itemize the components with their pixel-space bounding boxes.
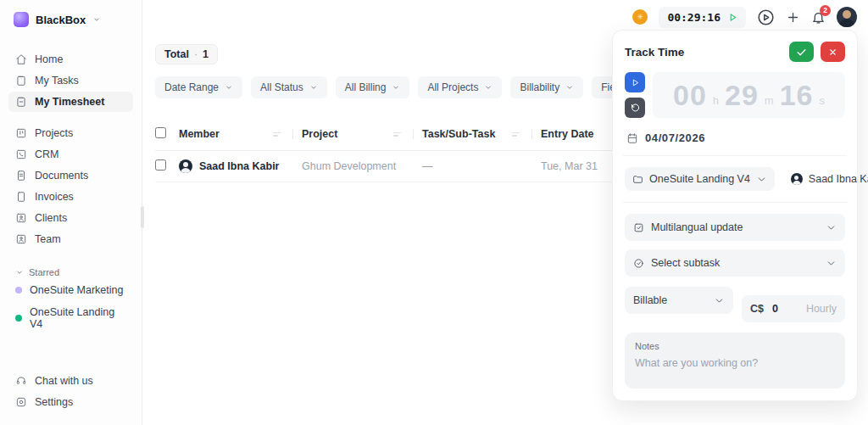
starred-item-label: OneSuite Landing V4 bbox=[30, 306, 126, 330]
task-cell: — bbox=[422, 160, 541, 172]
play-timer-button[interactable] bbox=[625, 72, 645, 92]
sidebar-item-clients[interactable]: Clients bbox=[8, 208, 133, 228]
clipboard-icon bbox=[15, 75, 27, 87]
cancel-button[interactable] bbox=[821, 42, 845, 62]
billable-select[interactable]: Billable bbox=[625, 287, 733, 314]
select-all-checkbox[interactable] bbox=[155, 127, 166, 138]
app-window: BlackBox Home My Tasks My Timesheet Proj… bbox=[0, 0, 868, 425]
date-picker[interactable]: 04/07/2026 bbox=[625, 131, 845, 144]
folder-icon bbox=[632, 174, 643, 185]
sidebar-item-home[interactable]: Home bbox=[8, 49, 133, 70]
documents-icon bbox=[15, 170, 27, 182]
sidebar-item-label: Team bbox=[35, 233, 61, 245]
task-select[interactable]: Multilangual update bbox=[625, 214, 845, 241]
check-icon bbox=[796, 47, 807, 58]
project-cell: Ghum Development bbox=[302, 160, 422, 172]
chevron-down-icon bbox=[392, 83, 400, 92]
sidebar-item-label: Chat with us bbox=[35, 375, 93, 387]
starred-section: Starred OneSuite Marketing OneSuite Land… bbox=[8, 266, 133, 335]
timer-seconds[interactable]: 16 bbox=[780, 79, 814, 112]
chat-with-us-button[interactable]: Chat with us bbox=[8, 371, 133, 391]
sidebar: BlackBox Home My Tasks My Timesheet Proj… bbox=[0, 0, 142, 425]
workspace-name: BlackBox bbox=[36, 14, 86, 26]
filter-billability[interactable]: Billability bbox=[510, 76, 583, 98]
workspace-switcher[interactable]: BlackBox bbox=[8, 10, 133, 29]
chevron-down-icon bbox=[309, 83, 318, 92]
play-icon bbox=[631, 78, 640, 87]
confirm-button[interactable] bbox=[789, 42, 814, 62]
sort-icon[interactable] bbox=[512, 132, 520, 137]
chevron-down-icon bbox=[756, 174, 767, 185]
member-name: Saad Ibna Kabir bbox=[199, 160, 279, 172]
timer-hours[interactable]: 00 bbox=[673, 79, 707, 112]
sidebar-item-crm[interactable]: CRM bbox=[8, 144, 133, 165]
sidebar-item-projects[interactable]: Projects bbox=[8, 123, 133, 143]
play-icon[interactable] bbox=[728, 12, 737, 23]
timer-value: 00:29:16 bbox=[667, 11, 721, 24]
reset-timer-button[interactable] bbox=[625, 98, 645, 118]
chevron-down-icon bbox=[826, 258, 837, 269]
sidebar-item-label: Home bbox=[35, 53, 63, 65]
user-avatar[interactable] bbox=[837, 7, 857, 27]
timer-minutes[interactable]: 29 bbox=[725, 79, 759, 112]
add-button[interactable] bbox=[786, 10, 800, 25]
track-time-panel: Track Time 00 h bbox=[612, 30, 858, 401]
sidebar-item-my-timesheet[interactable]: My Timesheet bbox=[8, 92, 133, 112]
column-header-project[interactable]: Project bbox=[302, 128, 422, 140]
starred-item-onesuite-marketing[interactable]: OneSuite Marketing bbox=[8, 279, 133, 301]
filter-all-status[interactable]: All Status bbox=[251, 76, 327, 98]
home-icon bbox=[15, 53, 27, 65]
sidebar-item-label: CRM bbox=[35, 148, 58, 160]
filter-all-projects[interactable]: All Projects bbox=[418, 76, 502, 98]
notifications-button[interactable]: 2 bbox=[811, 10, 826, 25]
divider bbox=[623, 155, 847, 156]
sort-icon[interactable] bbox=[393, 132, 401, 137]
divider bbox=[623, 202, 847, 203]
rate-amount[interactable]: 0 bbox=[772, 303, 778, 315]
starred-item-onesuite-landing-v4[interactable]: OneSuite Landing V4 bbox=[8, 301, 133, 335]
chevron-down-icon bbox=[826, 222, 837, 233]
topbar: 00:29:16 2 bbox=[142, 0, 868, 34]
sidebar-item-label: Invoices bbox=[35, 191, 74, 203]
column-divider bbox=[413, 129, 414, 139]
notes-input[interactable]: Notes What are you working on? bbox=[625, 333, 845, 389]
sidebar-item-team[interactable]: Team bbox=[8, 229, 133, 249]
sidebar-item-label: Clients bbox=[35, 212, 67, 224]
column-header-task[interactable]: Task/Sub-Task bbox=[422, 128, 541, 140]
project-select-value: OneSuite Landing V4 bbox=[649, 173, 750, 185]
active-timer-pill[interactable]: 00:29:16 bbox=[659, 7, 746, 28]
play-circle-icon bbox=[757, 8, 775, 26]
billable-select-value: Billable bbox=[633, 294, 667, 306]
start-timer-button[interactable] bbox=[757, 8, 775, 26]
subtask-select-value: Select subtask bbox=[651, 257, 720, 269]
timer-display[interactable]: 00 h 29 m 16 s bbox=[653, 72, 845, 118]
sidebar-item-invoices[interactable]: Invoices bbox=[8, 187, 133, 207]
sort-icon[interactable] bbox=[273, 132, 281, 137]
settings-button[interactable]: Settings bbox=[8, 392, 133, 412]
starred-section-toggle[interactable]: Starred bbox=[8, 266, 133, 279]
total-count: 1 bbox=[203, 48, 209, 60]
row-checkbox[interactable] bbox=[155, 159, 166, 171]
billing-row: Billable C$ 0 Hourly bbox=[625, 287, 845, 322]
sidebar-item-label: My Timesheet bbox=[35, 96, 104, 108]
rate-type-label: Hourly bbox=[806, 303, 837, 315]
rewards-coin-icon[interactable] bbox=[632, 9, 648, 25]
sidebar-item-documents[interactable]: Documents bbox=[8, 165, 133, 186]
project-select[interactable]: OneSuite Landing V4 bbox=[625, 167, 775, 191]
chevron-down-icon bbox=[15, 268, 24, 277]
member-select-value: Saad Ibna Kabir bbox=[809, 173, 868, 185]
filter-all-billing[interactable]: All Billing bbox=[336, 76, 410, 98]
filter-date-range[interactable]: Date Range bbox=[155, 76, 242, 98]
member-select[interactable]: Saad Ibna Kabir bbox=[783, 167, 868, 191]
subtask-select[interactable]: Select subtask bbox=[625, 249, 845, 277]
sidebar-item-my-tasks[interactable]: My Tasks bbox=[8, 70, 133, 91]
total-count-badge: Total · 1 bbox=[155, 44, 218, 64]
team-icon bbox=[15, 233, 27, 245]
chevron-down-icon bbox=[225, 83, 233, 92]
chevron-down-icon bbox=[92, 15, 101, 24]
column-header-member[interactable]: Member bbox=[179, 128, 302, 140]
timer-minutes-unit: m bbox=[765, 94, 774, 107]
starred-item-label: OneSuite Marketing bbox=[30, 284, 123, 296]
rate-field[interactable]: C$ 0 Hourly bbox=[742, 295, 845, 322]
projects-icon bbox=[15, 127, 27, 139]
